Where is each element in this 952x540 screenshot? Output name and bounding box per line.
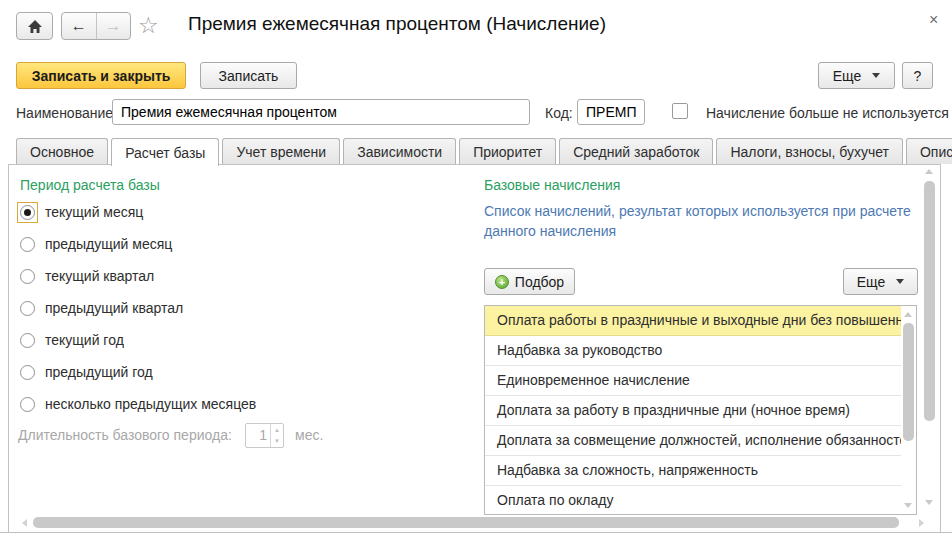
radio-focus-frame bbox=[17, 362, 38, 383]
list-item[interactable]: Надбавка за сложность, напряженность bbox=[485, 456, 901, 486]
radio-label: текущий квартал bbox=[45, 268, 154, 284]
close-icon[interactable]: × bbox=[929, 11, 938, 29]
radio-label: несколько предыдущих месяцев bbox=[45, 396, 256, 412]
list-item[interactable]: Оплата работы в праздничные и выходные д… bbox=[485, 306, 901, 336]
scroll-down-icon[interactable] bbox=[925, 500, 933, 505]
tab-nalogi-vznosy-buhuchet[interactable]: Налоги, взносы, бухучет bbox=[716, 138, 903, 164]
not-used-label: Начисление больше не используется bbox=[706, 105, 949, 121]
list-item[interactable]: Доплата за совмещение должностей, исполн… bbox=[485, 426, 901, 456]
chevron-down-icon bbox=[872, 73, 880, 78]
base-period-header: Период расчета базы bbox=[20, 177, 160, 193]
page-scrollbar-thumb[interactable] bbox=[924, 181, 935, 421]
horizontal-scrollbar-thumb[interactable] bbox=[33, 517, 899, 528]
radio-focus-frame bbox=[17, 394, 38, 415]
add-plus-icon: + bbox=[495, 275, 509, 289]
duration-spin-buttons: ▲ ▼ bbox=[270, 424, 283, 447]
name-input[interactable] bbox=[112, 99, 530, 125]
radio-icon bbox=[20, 301, 35, 316]
radio-option[interactable]: текущий квартал bbox=[17, 260, 457, 292]
home-button[interactable] bbox=[16, 12, 53, 40]
favorite-star-icon[interactable]: ☆ bbox=[138, 13, 159, 37]
radio-icon bbox=[20, 365, 35, 380]
tab-raschet-bazy[interactable]: Расчет базы bbox=[111, 138, 219, 166]
duration-value: 1 bbox=[246, 424, 270, 447]
radio-focus-frame bbox=[17, 234, 38, 255]
radio-icon bbox=[20, 237, 35, 252]
help-button[interactable]: ? bbox=[902, 62, 933, 89]
radio-icon bbox=[20, 205, 35, 220]
forward-button[interactable]: → bbox=[97, 13, 131, 39]
radio-icon bbox=[20, 333, 35, 348]
radio-icon bbox=[20, 269, 35, 284]
radio-option[interactable]: текущий месяц bbox=[17, 196, 457, 228]
page-horizontal-scrollbar[interactable] bbox=[20, 516, 926, 530]
radio-label: предыдущий месяц bbox=[45, 236, 172, 252]
page-vertical-scrollbar[interactable] bbox=[923, 167, 936, 513]
back-icon: ← bbox=[71, 17, 87, 35]
base-accruals-header: Базовые начисления bbox=[484, 177, 620, 193]
scroll-up-icon[interactable] bbox=[925, 169, 933, 174]
page-title: Премия ежемесячная процентом (Начисление… bbox=[188, 13, 606, 35]
tab-uchet-vremeni[interactable]: Учет времени bbox=[222, 138, 340, 164]
name-field-label: Наименование: bbox=[16, 105, 117, 121]
accrual-card-window: ← → ☆ Премия ежемесячная процентом (Начи… bbox=[0, 0, 952, 540]
radio-option[interactable]: предыдущий год bbox=[17, 356, 457, 388]
radio-label: предыдущий год bbox=[45, 364, 153, 380]
spin-down-icon: ▼ bbox=[271, 436, 283, 448]
save-button[interactable]: Записать bbox=[200, 62, 297, 89]
pick-button-label: Подбор bbox=[515, 274, 564, 290]
radio-group: текущий месяцпредыдущий месяцтекущий ква… bbox=[17, 196, 457, 420]
radio-option[interactable]: несколько предыдущих месяцев bbox=[17, 388, 457, 420]
tab-strip: ОсновноеРасчет базыУчет времениЗависимос… bbox=[16, 138, 952, 166]
base-accruals-description: Список начислений, результат которых исп… bbox=[484, 201, 929, 241]
more-button-top-label: Еще bbox=[833, 68, 862, 84]
tab-osnovnoe[interactable]: Основное bbox=[16, 138, 108, 164]
history-nav: ← → bbox=[61, 12, 131, 40]
scroll-up-icon[interactable] bbox=[904, 312, 912, 317]
window-bottom-edge bbox=[0, 532, 952, 533]
tab-prioritet[interactable]: Приоритет bbox=[459, 138, 556, 164]
scroll-left-icon[interactable] bbox=[22, 519, 27, 527]
chevron-down-icon bbox=[896, 279, 904, 284]
list-item[interactable]: Оплата по окладу bbox=[485, 486, 901, 515]
radio-focus-frame bbox=[17, 202, 38, 223]
list-scrollbar-thumb[interactable] bbox=[903, 323, 914, 441]
more-button-top[interactable]: Еще bbox=[818, 62, 895, 89]
tab-zavisimosti[interactable]: Зависимости bbox=[343, 138, 456, 164]
duration-unit-label: мес. bbox=[295, 427, 323, 443]
scroll-down-icon[interactable] bbox=[904, 503, 912, 508]
back-button[interactable]: ← bbox=[62, 13, 97, 39]
duration-stepper: 1 ▲ ▼ bbox=[245, 423, 284, 448]
radio-label: текущий месяц bbox=[45, 204, 143, 220]
list-item[interactable]: Единовременное начисление bbox=[485, 366, 901, 396]
list-item[interactable]: Надбавка за руководство bbox=[485, 336, 901, 366]
code-input[interactable] bbox=[577, 99, 645, 125]
scroll-right-icon[interactable] bbox=[919, 519, 924, 527]
radio-option[interactable]: предыдущий квартал bbox=[17, 292, 457, 324]
duration-label: Длительность базового периода: bbox=[18, 427, 232, 443]
save-and-close-button[interactable]: Записать и закрыть bbox=[16, 62, 186, 89]
radio-focus-frame bbox=[17, 298, 38, 319]
radio-label: текущий год bbox=[45, 332, 124, 348]
forward-icon: → bbox=[105, 17, 121, 35]
spin-up-icon: ▲ bbox=[271, 424, 283, 436]
radio-label: предыдущий квартал bbox=[45, 300, 183, 316]
radio-icon bbox=[20, 397, 35, 412]
tab-sredniy-zarabotok[interactable]: Средний заработок bbox=[559, 138, 713, 164]
accruals-list: Оплата работы в праздничные и выходные д… bbox=[484, 305, 917, 515]
tab-opisanie[interactable]: Описание bbox=[906, 138, 952, 164]
list-scrollbar[interactable] bbox=[902, 308, 915, 512]
more-button-list[interactable]: Еще bbox=[843, 268, 918, 295]
pick-button[interactable]: + Подбор bbox=[484, 268, 575, 295]
home-icon bbox=[27, 19, 43, 34]
more-button-list-label: Еще bbox=[857, 274, 886, 290]
radio-option[interactable]: предыдущий месяц bbox=[17, 228, 457, 260]
not-used-checkbox[interactable] bbox=[672, 103, 688, 119]
list-item[interactable]: Доплата за работу в праздничные дни (ноч… bbox=[485, 396, 901, 426]
radio-focus-frame bbox=[17, 330, 38, 351]
code-field-label: Код: bbox=[545, 105, 573, 121]
radio-option[interactable]: текущий год bbox=[17, 324, 457, 356]
radio-focus-frame bbox=[17, 266, 38, 287]
